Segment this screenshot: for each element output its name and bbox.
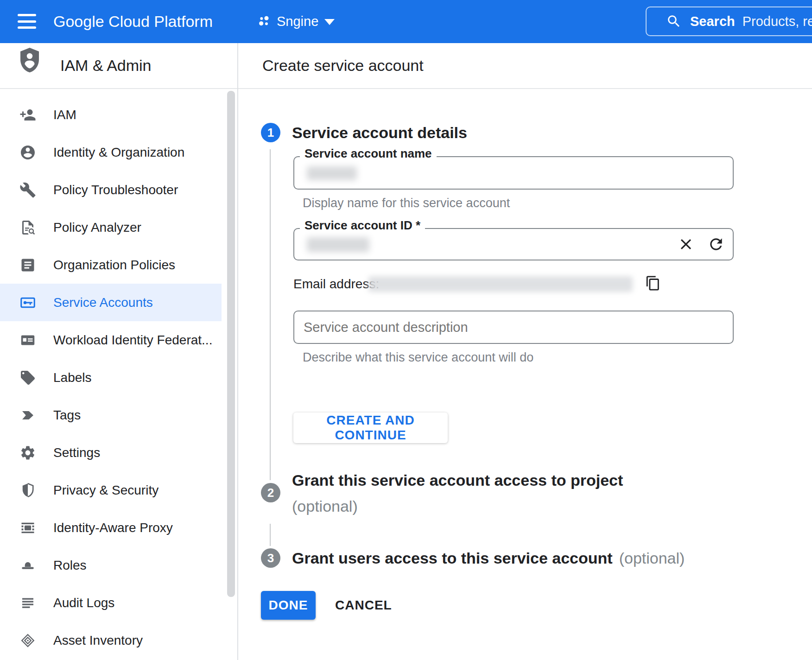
id-card-icon <box>19 332 36 349</box>
chevron-down-icon[interactable] <box>324 19 335 25</box>
email-address-label: Email address: <box>293 277 379 292</box>
step-3-indicator: 3 <box>261 548 280 568</box>
close-icon <box>677 248 695 254</box>
sidebar-item-label: Identity & Organization <box>53 145 184 160</box>
sidebar-item-label: Roles <box>53 558 87 573</box>
sidebar-nav: IAM Identity & Organization Policy Troub… <box>0 89 237 660</box>
stepper-connector <box>270 524 271 546</box>
step-2-title: Grant this service account access to pro… <box>292 467 623 493</box>
name-helper-text: Display name for this service account <box>303 196 510 210</box>
shield-half-icon <box>19 482 36 499</box>
sidebar-item-roles[interactable]: Roles <box>0 546 222 584</box>
description-helper-text: Describe what this service account will … <box>303 350 533 365</box>
step-2-optional: (optional) <box>292 493 623 519</box>
create-and-continue-button[interactable]: CREATE AND CONTINUE <box>293 412 448 443</box>
wrench-icon <box>19 182 36 198</box>
stepper-connector <box>270 149 271 480</box>
account-circle-icon <box>19 144 36 161</box>
regenerate-id-button[interactable] <box>707 235 725 254</box>
sidebar-item-labels[interactable]: Labels <box>0 359 222 396</box>
key-card-icon <box>19 294 36 311</box>
sidebar-item-tags[interactable]: Tags <box>0 396 222 434</box>
copy-icon <box>645 286 661 292</box>
tag-arrow-icon <box>19 407 36 424</box>
description-placeholder: Service account description <box>304 311 468 343</box>
sidebar-scrollbar[interactable] <box>227 91 235 597</box>
sidebar-item-audit-logs[interactable]: Audit Logs <box>0 584 222 622</box>
hat-icon <box>19 557 36 574</box>
sidebar-divider <box>237 43 238 660</box>
step-3-title: Grant users access to this service accou… <box>292 549 613 567</box>
step-2-indicator: 2 <box>261 483 280 502</box>
sidebar-item-iam[interactable]: IAM <box>0 96 222 133</box>
redacted-name-value <box>307 166 357 180</box>
iam-admin-shield-icon <box>19 46 41 75</box>
step-2-title-block: Grant this service account access to pro… <box>292 467 623 519</box>
sidebar-item-label: Asset Inventory <box>53 633 143 648</box>
redacted-email-value <box>368 276 633 292</box>
step-3-number: 3 <box>267 551 274 565</box>
page-title: Create service account <box>262 43 424 88</box>
project-selector[interactable]: Sngine <box>277 0 318 43</box>
sidebar-item-organization-policies[interactable]: Organization Policies <box>0 246 222 284</box>
step-3-title-block: Grant users access to this service accou… <box>292 548 685 568</box>
sidebar-item-label: IAM <box>53 108 76 122</box>
sidebar-item-label: Organization Policies <box>53 258 175 273</box>
section-title: IAM & Admin <box>60 43 152 88</box>
step-1-indicator: 1 <box>261 123 280 142</box>
sidebar-item-workload-identity-federation[interactable]: Workload Identity Federat... <box>0 321 222 359</box>
sidebar-item-asset-inventory[interactable]: Asset Inventory <box>0 622 222 659</box>
search-input[interactable]: Search Products, re <box>646 6 812 36</box>
cancel-button[interactable]: CANCEL <box>335 591 392 620</box>
refresh-icon <box>707 248 725 254</box>
sidebar-item-service-accounts[interactable]: Service Accounts <box>0 284 222 321</box>
brand-logo[interactable]: Google Cloud Platform <box>53 0 213 43</box>
step-3-optional: (optional) <box>619 549 685 567</box>
search-hint: Products, re <box>742 14 812 29</box>
project-icon <box>256 14 272 32</box>
sidebar-item-label: Privacy & Security <box>53 483 159 498</box>
gear-icon <box>19 444 36 461</box>
gcp-console: Google Cloud Platform Sngine Search Prod… <box>0 0 812 660</box>
sidebar-item-label: Audit Logs <box>53 596 114 610</box>
label-icon <box>19 369 36 386</box>
sidebar-item-label: Settings <box>53 445 100 460</box>
redacted-id-value <box>307 237 369 252</box>
step-1-number: 1 <box>267 126 274 140</box>
sidebar-item-label: Tags <box>53 408 81 423</box>
sidebar-item-label: Identity-Aware Proxy <box>53 520 173 535</box>
sidebar-item-policy-analyzer[interactable]: Policy Analyzer <box>0 209 222 246</box>
search-icon <box>666 13 682 29</box>
search-label: Search <box>690 14 735 29</box>
done-button[interactable]: DONE <box>261 591 316 620</box>
sidebar-item-settings[interactable]: Settings <box>0 434 222 471</box>
sidebar-item-identity-aware-proxy[interactable]: Identity-Aware Proxy <box>0 509 222 546</box>
sidebar-item-label: Policy Analyzer <box>53 220 141 235</box>
sidebar-item-privacy-security[interactable]: Privacy & Security <box>0 471 222 509</box>
menu-icon[interactable] <box>18 14 36 29</box>
service-account-description-field[interactable]: Service account description <box>293 311 734 344</box>
sidebar-item-label: Workload Identity Federat... <box>53 333 212 348</box>
person-add-icon <box>19 107 36 123</box>
document-search-icon <box>19 219 36 236</box>
sidebar-item-policy-troubleshooter[interactable]: Policy Troubleshooter <box>0 171 222 209</box>
sidebar-item-identity-organization[interactable]: Identity & Organization <box>0 133 222 171</box>
service-account-name-label: Service account name <box>300 146 437 161</box>
article-icon <box>19 257 36 273</box>
sidebar-item-label: Labels <box>53 370 92 385</box>
list-lines-icon <box>19 595 36 611</box>
sidebar-item-label: Policy Troubleshooter <box>53 183 178 197</box>
sidebar-item-label: Service Accounts <box>53 295 153 310</box>
proxy-frame-icon <box>19 520 36 536</box>
step-1-title: Service account details <box>292 123 467 142</box>
diamond-layers-icon <box>19 632 36 649</box>
copy-email-button[interactable] <box>645 275 661 292</box>
service-account-id-label: Service account ID * <box>300 218 425 233</box>
clear-id-button[interactable] <box>677 235 695 254</box>
service-account-name-field[interactable] <box>293 156 734 190</box>
step-2-number: 2 <box>267 486 274 500</box>
